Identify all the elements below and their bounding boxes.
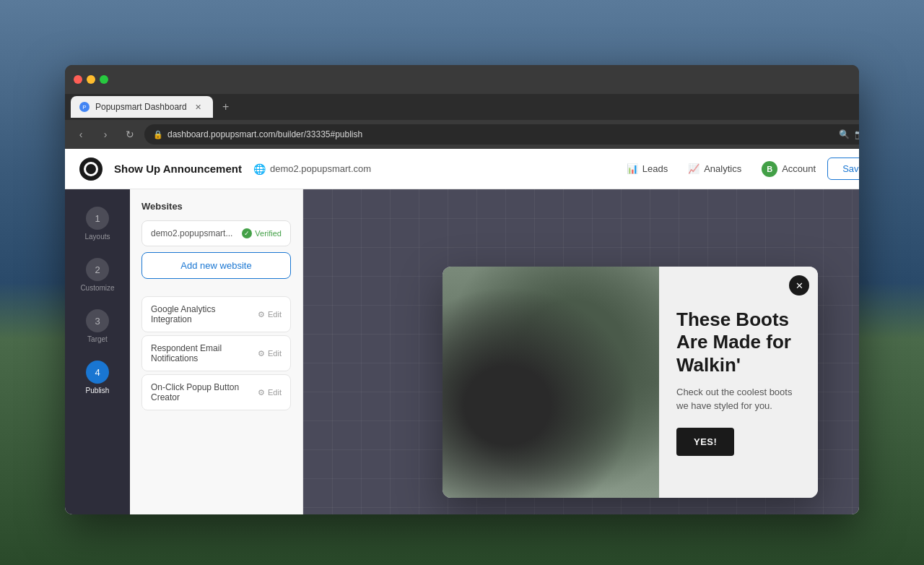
step-3-label: Target: [87, 335, 108, 343]
gear-icon-2: ⚙: [258, 349, 265, 358]
respondent-email-name: Respondent Email Notifications: [151, 343, 258, 363]
gear-icon: ⚙: [258, 310, 265, 319]
onclick-popup-edit-button[interactable]: ⚙ Edit: [258, 388, 282, 397]
popup-preview: ✕ These Boots Are Made for Walkin' Check…: [443, 267, 818, 498]
website-domain: demo2.popupsmart.com: [270, 163, 371, 174]
main-content: 1 Layouts 2 Customize 3 Target 4 Publish: [65, 189, 859, 514]
analytics-label: Analytics: [704, 163, 741, 174]
popup-description: Check out the coolest boots we have styl…: [676, 385, 801, 413]
save-button[interactable]: Save: [827, 158, 859, 180]
onclick-popup-integration-item[interactable]: On-Click Popup Button Creator ⚙ Edit: [141, 374, 291, 410]
app-container: Show Up Announcement 🌐 demo2.popupsmart.…: [65, 149, 859, 514]
verified-label: Verified: [255, 229, 282, 238]
add-website-button[interactable]: Add new website: [141, 252, 291, 279]
step-4-publish[interactable]: 4 Publish: [65, 355, 130, 400]
analytics-nav-item[interactable]: 📈 Analytics: [679, 159, 750, 178]
globe-icon: 🌐: [253, 163, 266, 175]
onclick-popup-name: On-Click Popup Button Creator: [151, 382, 258, 402]
popup-image: [443, 267, 659, 498]
cast-icon[interactable]: 📷: [854, 129, 859, 140]
step-2-label: Customize: [80, 284, 114, 292]
websites-section: Websites demo2.popupsmart... ✓ Verified …: [130, 189, 302, 290]
verified-check-icon: ✓: [242, 228, 252, 238]
respondent-email-integration-item[interactable]: Respondent Email Notifications ⚙ Edit: [141, 335, 291, 371]
step-4-circle: 4: [86, 361, 109, 384]
app-logo: [79, 158, 103, 181]
popup-close-button[interactable]: ✕: [789, 275, 809, 296]
browser-tab-active[interactable]: P Popupsmart Dashboard ✕: [71, 96, 213, 118]
top-nav: Show Up Announcement 🌐 demo2.popupsmart.…: [65, 149, 859, 189]
respondent-email-edit-button[interactable]: ⚙ Edit: [258, 349, 282, 358]
account-label: Account: [782, 163, 816, 174]
logo-ring: [84, 162, 98, 176]
tab-bar: P Popupsmart Dashboard ✕ + ⌄: [65, 94, 859, 120]
step-3-target[interactable]: 3 Target: [65, 303, 130, 349]
new-tab-button[interactable]: +: [216, 97, 236, 117]
maximize-traffic-light[interactable]: [100, 75, 108, 84]
version-text: v1.5.91: [130, 514, 302, 514]
google-analytics-edit-button[interactable]: ⚙ Edit: [258, 310, 282, 319]
account-nav-item[interactable]: B Account: [753, 157, 824, 181]
websites-title: Websites: [141, 201, 291, 212]
gear-icon-3: ⚙: [258, 388, 265, 397]
account-avatar: B: [762, 161, 777, 177]
leads-icon: 📊: [627, 163, 638, 174]
address-text: dashboard.popupsmart.com/builder/33335#p…: [167, 129, 834, 139]
lock-icon: 🔒: [153, 130, 163, 139]
onclick-popup-edit-label: Edit: [268, 388, 282, 397]
step-2-customize[interactable]: 2 Customize: [65, 252, 130, 298]
step-4-label: Publish: [86, 387, 110, 394]
verified-badge: ✓ Verified: [242, 228, 282, 238]
address-bar-icons: 🔍 📷 ☆ ⬜: [838, 129, 859, 140]
website-item: demo2.popupsmart... ✓ Verified: [141, 220, 291, 246]
tab-label: Popupsmart Dashboard: [95, 102, 187, 112]
tab-favicon: P: [79, 102, 90, 112]
back-button[interactable]: ‹: [71, 124, 91, 145]
step-1-layouts[interactable]: 1 Layouts: [65, 201, 130, 246]
traffic-lights: [74, 75, 108, 84]
browser-titlebar: [65, 65, 859, 94]
step-2-circle: 2: [86, 258, 109, 281]
leads-nav-item[interactable]: 📊 Leads: [618, 159, 676, 178]
respondent-email-edit-label: Edit: [268, 349, 282, 358]
nav-actions: 📊 Leads 📈 Analytics B Account Save Save …: [618, 157, 859, 181]
left-sidebar: 1 Layouts 2 Customize 3 Target 4 Publish: [65, 189, 130, 514]
browser-chrome: P Popupsmart Dashboard ✕ + ⌄ ‹ › ↻ 🔒 das…: [65, 65, 859, 149]
integration-items: Google Analytics Integration ⚙ Edit Resp…: [130, 290, 302, 416]
boot-image-visual: [443, 267, 659, 498]
canvas-area: ✕ These Boots Are Made for Walkin' Check…: [303, 189, 859, 514]
browser-window: P Popupsmart Dashboard ✕ + ⌄ ‹ › ↻ 🔒 das…: [65, 65, 859, 514]
popup-content: ✕ These Boots Are Made for Walkin' Check…: [659, 267, 818, 498]
forward-button[interactable]: ›: [95, 124, 116, 145]
reload-button[interactable]: ↻: [120, 124, 140, 145]
step-1-label: Layouts: [84, 233, 110, 241]
popup-cta-button[interactable]: YES!: [676, 428, 734, 456]
google-analytics-edit-label: Edit: [268, 310, 282, 319]
analytics-icon: 📈: [688, 163, 699, 174]
address-bar[interactable]: 🔒 dashboard.popupsmart.com/builder/33335…: [144, 124, 859, 145]
website-badge: 🌐 demo2.popupsmart.com: [253, 163, 371, 175]
step-3-circle: 3: [86, 309, 109, 332]
tab-close-button[interactable]: ✕: [193, 101, 204, 113]
browser-toolbar: ‹ › ↻ 🔒 dashboard.popupsmart.com/builder…: [65, 120, 859, 149]
popup-title: These Boots Are Made for Walkin': [676, 309, 801, 376]
website-domain-text: demo2.popupsmart...: [151, 228, 232, 238]
google-analytics-integration-item[interactable]: Google Analytics Integration ⚙ Edit: [141, 296, 291, 332]
minimize-traffic-light[interactable]: [87, 75, 95, 84]
leads-label: Leads: [642, 163, 668, 174]
search-icon[interactable]: 🔍: [838, 129, 850, 140]
close-traffic-light[interactable]: [74, 75, 82, 84]
publish-panel: Websites demo2.popupsmart... ✓ Verified …: [130, 189, 303, 514]
step-1-circle: 1: [86, 207, 109, 230]
google-analytics-name: Google Analytics Integration: [151, 304, 258, 324]
app-title: Show Up Announcement: [114, 163, 242, 175]
